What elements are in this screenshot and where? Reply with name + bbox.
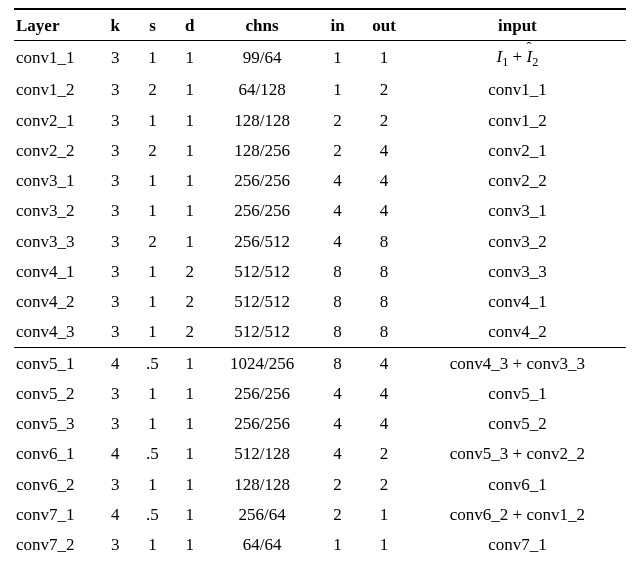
- cell-layer: conv2_2: [14, 135, 97, 165]
- cell-layer: conv6_2: [14, 469, 97, 499]
- cell-input: conv6_1: [409, 469, 626, 499]
- cell-layer: conv4_3: [14, 317, 97, 348]
- cell-in: 4: [316, 378, 359, 408]
- cell-in: 4: [316, 226, 359, 256]
- cell-s: 1: [134, 530, 171, 560]
- cell-input: conv2_2: [409, 166, 626, 196]
- layer-table: Layer k s d chns in out input conv1_1311…: [14, 8, 626, 567]
- cell-s: .5: [134, 439, 171, 469]
- cell-out: 4: [359, 409, 409, 439]
- table-row: conv1_232164/12812conv1_1: [14, 75, 626, 105]
- cell-in: 1: [316, 41, 359, 75]
- cell-k: 3: [97, 105, 134, 135]
- cell-d: 1: [171, 378, 208, 408]
- cell-out: 2: [359, 105, 409, 135]
- cell-s: 1: [134, 317, 171, 348]
- cell-k: 3: [97, 469, 134, 499]
- cell-d: 1: [171, 469, 208, 499]
- cell-input: conv4_2: [409, 317, 626, 348]
- cell-s: 1: [134, 409, 171, 439]
- table-row: conv4_1312512/51288conv3_3: [14, 256, 626, 286]
- cell-in: 2: [316, 499, 359, 529]
- cell-chns: 128/128: [208, 105, 316, 135]
- cell-chns: 64/64: [208, 530, 316, 560]
- cell-out: 4: [359, 196, 409, 226]
- cell-k: 3: [97, 409, 134, 439]
- cell-input: conv1_2: [409, 105, 626, 135]
- cell-input: conv2_1: [409, 135, 626, 165]
- cell-in: 2: [316, 135, 359, 165]
- cell-chns: 128/128: [208, 469, 316, 499]
- table-row: conv4_3312512/51288conv4_2: [14, 317, 626, 348]
- cell-layer: conv7_1: [14, 499, 97, 529]
- cell-k: 3: [97, 196, 134, 226]
- cell-k: 3: [97, 287, 134, 317]
- cell-in: 4: [316, 196, 359, 226]
- col-header-input: input: [409, 9, 626, 41]
- cell-k: 3: [97, 378, 134, 408]
- cell-d: 1: [171, 135, 208, 165]
- cell-d: 1: [171, 439, 208, 469]
- cell-d: 1: [171, 348, 208, 379]
- cell-d: 2: [171, 287, 208, 317]
- cell-layer: conv7_2: [14, 530, 97, 560]
- table-row: conv7_14.51256/6421conv6_2 + conv1_2: [14, 499, 626, 529]
- cell-d: 2: [171, 256, 208, 286]
- cell-out: 8: [359, 287, 409, 317]
- table-row: conv1_131199/6411I1 + ˆI2: [14, 41, 626, 75]
- cell-out: 8: [359, 317, 409, 348]
- cell-in: 8: [316, 256, 359, 286]
- cell-chns: 512/512: [208, 256, 316, 286]
- cell-s: 1: [134, 105, 171, 135]
- cell-k: 3: [97, 256, 134, 286]
- cell-k: 3: [97, 226, 134, 256]
- cell-out: 4: [359, 166, 409, 196]
- cell-d: 1: [171, 41, 208, 75]
- cell-k: 3: [97, 75, 134, 105]
- cell-input: conv3_2: [409, 226, 626, 256]
- cell-s: 1: [134, 166, 171, 196]
- cell-chns: 256/256: [208, 378, 316, 408]
- cell-layer: conv3_1: [14, 166, 97, 196]
- cell-chns: 64/67: [208, 560, 316, 567]
- cell-layer: conv3_2: [14, 196, 97, 226]
- cell-chns: 256/64: [208, 499, 316, 529]
- table-row: conv6_2311128/12822conv6_1: [14, 469, 626, 499]
- table-row: conv6_14.51512/12842conv5_3 + conv2_2: [14, 439, 626, 469]
- col-header-chns: chns: [208, 9, 316, 41]
- cell-out: 4: [359, 135, 409, 165]
- cell-layer: conv5_2: [14, 378, 97, 408]
- cell-d: 1: [171, 409, 208, 439]
- cell-in: 4: [316, 166, 359, 196]
- cell-d: 1: [171, 105, 208, 135]
- cell-chns: 99/64: [208, 41, 316, 75]
- cell-chns: 512/512: [208, 287, 316, 317]
- cell-d: 1: [171, 166, 208, 196]
- table-row: conv2_2321128/25624conv2_1: [14, 135, 626, 165]
- cell-d: 2: [171, 317, 208, 348]
- table-row: conv3_3321256/51248conv3_2: [14, 226, 626, 256]
- table-row: conv7_231164/6411conv7_1: [14, 530, 626, 560]
- table-row: conv3_2311256/25644conv3_1: [14, 196, 626, 226]
- col-header-k: k: [97, 9, 134, 41]
- cell-chns: 512/512: [208, 317, 316, 348]
- cell-out: 8: [359, 226, 409, 256]
- cell-layer: conv3_3: [14, 226, 97, 256]
- cell-layer: conv6_1: [14, 439, 97, 469]
- cell-input: conv5_2: [409, 409, 626, 439]
- cell-k: 3: [97, 41, 134, 75]
- cell-d: 1: [171, 560, 208, 567]
- cell-layer: conv7_3: [14, 560, 97, 567]
- cell-in: 8: [316, 317, 359, 348]
- cell-s: 1: [134, 378, 171, 408]
- cell-input: conv5_1: [409, 378, 626, 408]
- cell-in: 4: [316, 409, 359, 439]
- cell-input: conv7_2: [409, 560, 626, 567]
- table-row: conv5_14.511024/25684conv4_3 + conv3_3: [14, 348, 626, 379]
- cell-layer: conv1_2: [14, 75, 97, 105]
- cell-chns: 256/256: [208, 196, 316, 226]
- cell-s: 1: [134, 196, 171, 226]
- table-row: conv7_311164/6711conv7_2: [14, 560, 626, 567]
- cell-out: 4: [359, 348, 409, 379]
- table-row: conv2_1311128/12822conv1_2: [14, 105, 626, 135]
